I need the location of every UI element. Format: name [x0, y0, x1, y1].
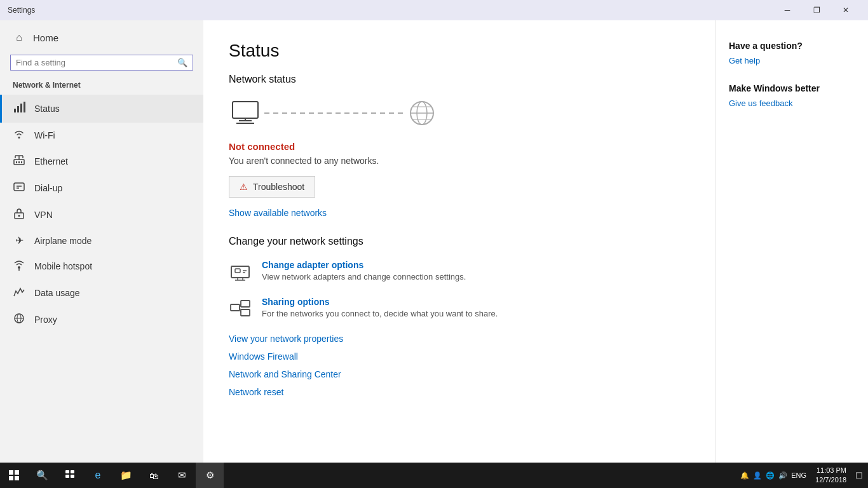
minimize-button[interactable]: ─ — [773, 0, 802, 20]
troubleshoot-label: Troubleshoot — [253, 182, 304, 192]
task-view-icon — [65, 469, 75, 482]
globe-icon — [407, 98, 437, 128]
network-status-title: Network status — [229, 74, 690, 85]
help-title: Have a question? — [729, 41, 855, 51]
svg-rect-39 — [231, 304, 240, 311]
settings-taskbar-button[interactable]: ⚙ — [196, 463, 224, 488]
feedback-link[interactable]: Give us feedback — [729, 98, 855, 108]
dialup-icon — [13, 181, 25, 195]
network-sharing-center-link[interactable]: Network and Sharing Center — [229, 369, 690, 379]
svg-rect-1 — [17, 106, 19, 112]
search-icon: 🔍 — [177, 58, 187, 67]
adapter-options-item[interactable]: Change adapter options View network adap… — [229, 260, 690, 283]
people-icon[interactable]: 👤 — [753, 471, 762, 480]
search-taskbar-icon: 🔍 — [36, 470, 48, 481]
title-bar: Settings ─ ❐ ✕ — [0, 0, 868, 20]
edge-button[interactable]: e — [84, 463, 112, 488]
sidebar-search-box[interactable]: 🔍 — [10, 55, 193, 71]
warning-icon: ⚠ — [240, 182, 248, 192]
taskbar-left: 🔍 e 📁 🛍 ✉ ⚙ — [0, 463, 224, 488]
sidebar-item-proxy[interactable]: Proxy — [0, 306, 203, 333]
taskbar-right: 🔔 👤 🌐 🔊 ENG 11:03 PM 12/7/2018 ☐ — [740, 466, 868, 485]
sidebar-item-vpn[interactable]: VPN — [0, 201, 203, 228]
right-panel: Have a question? Get help Make Windows b… — [715, 20, 868, 463]
ethernet-icon — [13, 154, 25, 168]
data-icon — [13, 286, 25, 300]
svg-rect-2 — [20, 104, 22, 112]
sidebar-item-hotspot[interactable]: Mobile hotspot — [0, 253, 203, 280]
troubleshoot-button[interactable]: ⚠ Troubleshoot — [229, 176, 315, 198]
network-reset-link[interactable]: Network reset — [229, 387, 690, 397]
change-settings-title: Change your network settings — [229, 236, 690, 247]
taskbar-clock[interactable]: 11:03 PM 12/7/2018 — [810, 466, 851, 485]
restore-button[interactable]: ❐ — [802, 0, 831, 20]
sharing-icon — [229, 297, 252, 320]
sidebar-home[interactable]: ⌂ Home — [0, 25, 203, 50]
sidebar-item-dialup[interactable]: Dial-up — [0, 175, 203, 201]
svg-rect-33 — [235, 269, 240, 273]
network-taskbar-icon[interactable]: 🌐 — [766, 471, 775, 480]
action-center-icon[interactable]: ☐ — [855, 471, 863, 480]
not-connected-sub: You aren't connected to any networks. — [229, 156, 690, 166]
notification-area-icon[interactable]: 🔔 — [740, 471, 749, 480]
svg-rect-44 — [9, 470, 13, 475]
svg-rect-10 — [18, 161, 20, 163]
sidebar-item-hotspot-label: Mobile hotspot — [34, 261, 92, 271]
view-properties-link[interactable]: View your network properties — [229, 334, 690, 344]
svg-rect-50 — [65, 475, 69, 478]
sidebar-item-data[interactable]: Data usage — [0, 280, 203, 306]
sidebar-item-airplane[interactable]: ✈ Airplane mode — [0, 228, 203, 253]
svg-point-16 — [18, 215, 20, 217]
svg-rect-45 — [15, 470, 19, 475]
windows-firewall-link[interactable]: Windows Firewall — [229, 351, 690, 362]
page-title: Status — [229, 41, 690, 61]
network-diagram — [229, 98, 690, 128]
taskbar: 🔍 e 📁 🛍 ✉ ⚙ 🔔 — [0, 463, 868, 488]
svg-rect-12 — [14, 183, 24, 191]
sharing-title[interactable]: Sharing options — [262, 297, 498, 307]
adapter-desc: View network adapters and change connect… — [262, 272, 466, 281]
search-taskbar-button[interactable]: 🔍 — [28, 463, 56, 488]
feedback-title: Make Windows better — [729, 83, 855, 93]
close-button[interactable]: ✕ — [831, 0, 860, 20]
title-bar-controls: ─ ❐ ✕ — [773, 0, 860, 20]
pc-icon — [229, 99, 262, 127]
svg-rect-11 — [21, 161, 22, 163]
sidebar-item-proxy-label: Proxy — [34, 315, 57, 325]
mail-button[interactable]: ✉ — [168, 463, 196, 488]
sharing-options-item[interactable]: Sharing options For the networks you con… — [229, 297, 690, 320]
store-icon: 🛍 — [149, 470, 159, 481]
task-view-button[interactable] — [56, 463, 84, 488]
sidebar-item-wifi[interactable]: Wi-Fi — [0, 123, 203, 148]
sidebar-item-airplane-label: Airplane mode — [34, 236, 92, 246]
not-connected-status: Not connected — [229, 141, 690, 152]
adapter-title[interactable]: Change adapter options — [262, 260, 466, 270]
svg-point-17 — [18, 266, 20, 269]
sidebar-item-wifi-label: Wi-Fi — [34, 130, 55, 140]
home-icon: ⌂ — [13, 32, 25, 43]
search-input[interactable] — [16, 58, 177, 67]
connection-line — [264, 112, 404, 114]
svg-rect-3 — [24, 102, 25, 112]
app-body: ⌂ Home 🔍 Network & Internet Status — [0, 20, 868, 463]
store-button[interactable]: 🛍 — [140, 463, 168, 488]
airplane-icon: ✈ — [13, 234, 25, 247]
wifi-icon — [13, 129, 25, 142]
volume-icon[interactable]: 🔊 — [778, 471, 787, 480]
start-button[interactable] — [0, 463, 28, 488]
title-bar-title: Settings — [8, 6, 35, 15]
show-networks-link[interactable]: Show available networks — [229, 208, 690, 218]
vpn-icon — [13, 208, 25, 222]
sidebar-item-vpn-label: VPN — [34, 210, 53, 220]
sharing-text: Sharing options For the networks you con… — [262, 297, 498, 318]
sidebar-item-ethernet[interactable]: Ethernet — [0, 148, 203, 175]
svg-rect-48 — [65, 470, 69, 473]
explorer-button[interactable]: 📁 — [112, 463, 140, 488]
sidebar-item-status[interactable]: Status — [0, 95, 203, 123]
hotspot-icon — [13, 259, 25, 273]
svg-rect-47 — [15, 476, 19, 480]
edge-icon: e — [95, 470, 101, 481]
settings-taskbar-icon: ⚙ — [206, 470, 214, 481]
get-help-link[interactable]: Get help — [729, 56, 855, 65]
proxy-icon — [13, 313, 25, 327]
